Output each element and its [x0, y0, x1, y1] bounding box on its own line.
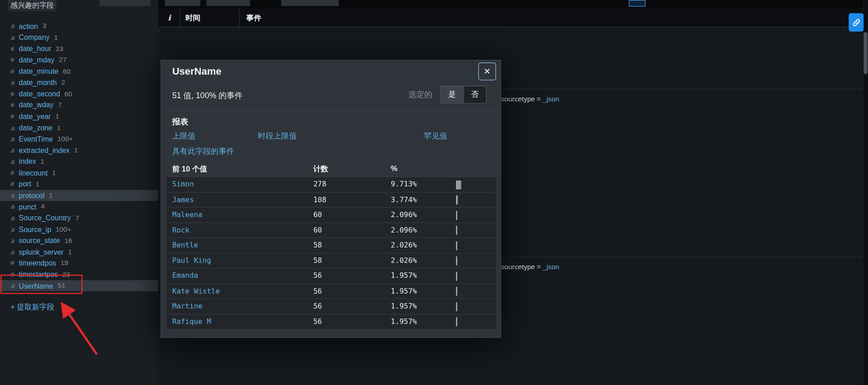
value-link[interactable]: James: [172, 195, 194, 203]
value-link[interactable]: Maleena: [172, 210, 203, 219]
sourcetype-value-link[interactable]: _json: [543, 95, 560, 103]
percent-bar: [456, 317, 457, 326]
field-distinct-count: 100+: [57, 135, 73, 143]
field-name-link[interactable]: source_state: [19, 237, 60, 245]
value-row: Kate Wistle 56 1.957%: [166, 284, 496, 299]
sourcetype-value-link[interactable]: _json: [543, 263, 560, 271]
sidebar-field-row[interactable]: a EventTime 100+: [0, 133, 158, 145]
toolbar-button-fragment[interactable]: [281, 0, 339, 6]
vertical-scrollbar[interactable]: [863, 0, 868, 385]
extract-new-fields-link[interactable]: + 提取新字段: [10, 302, 54, 312]
value-link[interactable]: Rock: [172, 226, 190, 234]
sidebar-field-row[interactable]: # date_second 60: [0, 88, 158, 100]
sidebar-field-row[interactable]: a UserName 51: [0, 280, 158, 291]
sidebar-field-row[interactable]: a protocol 1: [0, 190, 158, 201]
field-name-link[interactable]: Company: [19, 33, 50, 42]
field-name-link[interactable]: date_month: [19, 78, 57, 86]
field-type-icon: #: [10, 45, 19, 52]
sidebar-field-row[interactable]: # linecount 1: [0, 167, 158, 179]
sidebar-field-row[interactable]: # port 1: [0, 179, 158, 190]
sidebar-field-row[interactable]: # date_minute 60: [0, 66, 158, 77]
field-name-link[interactable]: action: [19, 22, 38, 30]
field-name-link[interactable]: Source_Country: [19, 214, 71, 222]
selected-no-button[interactable]: 否: [463, 86, 486, 103]
value-count: 108: [313, 195, 327, 203]
report-link-events-with-field[interactable]: 具有此字段的事件: [172, 147, 234, 157]
value-link[interactable]: Rafique M: [172, 317, 211, 325]
field-name-link[interactable]: port: [19, 180, 31, 188]
field-name-link[interactable]: date_hour: [19, 44, 52, 52]
value-link[interactable]: Bentle: [172, 241, 198, 249]
field-distinct-count: 100+: [56, 225, 71, 233]
field-name-link[interactable]: EventTime: [19, 135, 53, 143]
field-name-link[interactable]: date_minute: [19, 67, 59, 75]
sidebar-field-row[interactable]: # date_wday 7: [0, 100, 158, 111]
outlined-control-fragment[interactable]: [629, 0, 645, 7]
field-type-icon: a: [10, 33, 19, 41]
field-name-link[interactable]: punct: [19, 203, 37, 211]
sidebar-field-row[interactable]: a index 1: [0, 156, 158, 167]
report-link-rare-values[interactable]: 罕见值: [424, 131, 447, 141]
field-name-link[interactable]: protocol: [19, 191, 45, 200]
sidebar-field-row[interactable]: a date_zone 1: [0, 122, 158, 133]
sidebar-field-row[interactable]: a punct 4: [0, 201, 158, 213]
field-name-link[interactable]: extracted_index: [19, 146, 70, 154]
field-name-link[interactable]: date_second: [19, 90, 60, 98]
field-name-link[interactable]: date_wday: [19, 101, 54, 109]
sidebar-field-row[interactable]: a extracted_index 1: [0, 145, 158, 156]
field-distinct-count: 19: [61, 259, 68, 267]
field-name-link[interactable]: splunk_server: [19, 248, 64, 256]
field-name-link[interactable]: index: [19, 157, 36, 166]
value-link[interactable]: Simon: [172, 180, 194, 188]
value-link[interactable]: Kate Wistle: [172, 286, 220, 295]
modal-close-button[interactable]: ✕: [478, 62, 496, 80]
field-name-link[interactable]: date_mday: [19, 56, 55, 64]
toolbar-button-fragment[interactable]: [207, 0, 251, 6]
value-bar-cell: [456, 317, 457, 327]
value-bar-cell: [456, 302, 457, 311]
sidebar-field-row[interactable]: # date_hour 23: [0, 43, 158, 54]
scrollbar-thumb[interactable]: [863, 32, 868, 74]
sidebar-field-row[interactable]: a action 3: [0, 20, 158, 32]
field-type-icon: a: [10, 79, 19, 86]
field-distinct-count: 1: [57, 124, 61, 132]
sidebar-field-row[interactable]: # timeendpos 19: [0, 257, 158, 269]
report-link-top-values-time[interactable]: 时段上限值: [258, 131, 297, 141]
sidebar-field-row[interactable]: a Source_Country 7: [0, 213, 158, 224]
value-link[interactable]: Martine: [172, 302, 203, 310]
sidebar-field-row[interactable]: a source_state 16: [0, 235, 158, 246]
value-row: James 108 3.774%: [166, 192, 496, 208]
toolbar-button-fragment[interactable]: [165, 0, 200, 6]
sidebar-field-row[interactable]: # date_mday 27: [0, 54, 158, 66]
field-name-link[interactable]: date_year: [19, 112, 51, 120]
field-type-icon: #: [10, 101, 19, 109]
value-link[interactable]: Paul King: [172, 256, 211, 264]
sidebar-field-row[interactable]: a Company 1: [0, 32, 158, 43]
share-link-button[interactable]: [849, 13, 863, 31]
selected-label: 选定的: [408, 90, 432, 100]
selected-yes-button[interactable]: 是: [441, 86, 463, 103]
field-distinct-count: 2: [61, 79, 65, 86]
field-name-link[interactable]: timeendpos: [19, 259, 56, 267]
field-name-link[interactable]: UserName: [19, 282, 53, 290]
field-distinct-count: 16: [65, 237, 72, 244]
sidebar-field-row[interactable]: a Source_ip 100+: [0, 223, 158, 235]
sidebar-field-row[interactable]: a date_month 2: [0, 77, 158, 88]
sidebar-field-row[interactable]: a splunk_server 1: [0, 246, 158, 257]
field-distinct-count: 4: [41, 203, 45, 210]
field-name-link[interactable]: date_zone: [19, 124, 52, 132]
col-top-values: 前 10 个值: [172, 164, 207, 174]
field-type-icon: #: [10, 56, 19, 64]
field-name-link[interactable]: linecount: [19, 169, 48, 177]
field-type-icon: a: [10, 248, 19, 256]
field-name-link[interactable]: Source_ip: [19, 225, 52, 233]
field-distinct-count: 1: [68, 248, 72, 256]
sidebar-field-row[interactable]: # timestartpos 23: [0, 269, 158, 280]
sidebar-field-row[interactable]: # date_year 1: [0, 111, 158, 122]
value-count: 56: [313, 271, 322, 280]
value-link[interactable]: Emanda: [172, 271, 198, 280]
report-link-top-values[interactable]: 上限值: [172, 131, 195, 141]
value-percent: 9.713%: [391, 180, 417, 188]
toolbar-button-fragment[interactable]: [100, 0, 151, 6]
field-name-link[interactable]: timestartpos: [19, 271, 58, 279]
